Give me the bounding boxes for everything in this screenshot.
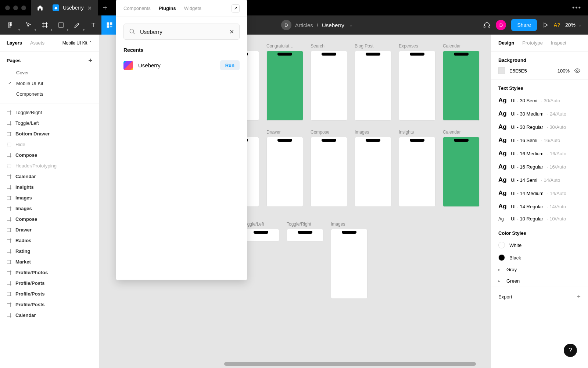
frame-thumbnail[interactable] bbox=[331, 229, 368, 299]
figma-menu[interactable]: ▾ bbox=[0, 15, 21, 35]
shape-tool[interactable]: ▾ bbox=[53, 15, 69, 35]
frame-thumbnail[interactable] bbox=[311, 51, 347, 121]
breadcrumb-current[interactable]: Useberry bbox=[322, 22, 344, 28]
headphones-icon[interactable] bbox=[483, 21, 491, 29]
frame-thumbnail[interactable] bbox=[311, 137, 347, 207]
layer-item[interactable]: Calendar bbox=[0, 310, 99, 321]
present-icon[interactable] bbox=[542, 22, 549, 28]
layer-item[interactable]: Compose bbox=[0, 214, 99, 224]
layer-item[interactable]: Radios bbox=[0, 235, 99, 246]
right-panel: Design Prototype Inspect Background E5E5… bbox=[491, 35, 588, 368]
layer-item[interactable]: Toggle/Right bbox=[0, 107, 99, 118]
text-style-item[interactable]: AgUI - 16 Regular · 16/Auto bbox=[491, 160, 588, 173]
layer-item[interactable]: Profile/Posts bbox=[0, 299, 99, 310]
tab-plugins[interactable]: Plugins bbox=[159, 6, 176, 11]
frame-thumbnail[interactable] bbox=[266, 137, 303, 207]
tab-prototype[interactable]: Prototype bbox=[522, 40, 543, 46]
layer-item[interactable]: Calendar bbox=[0, 171, 99, 182]
user-avatar[interactable]: D bbox=[496, 20, 506, 30]
tab-assets[interactable]: Assets bbox=[30, 40, 44, 46]
layer-item[interactable]: Images bbox=[0, 203, 99, 214]
background-opacity[interactable]: 100% bbox=[557, 68, 570, 74]
frame-thumbnail[interactable] bbox=[266, 51, 303, 121]
color-style-item[interactable]: ▸Gray bbox=[491, 264, 588, 275]
traffic-close[interactable] bbox=[5, 6, 10, 10]
plugin-result-item[interactable]: Useberry Run bbox=[116, 57, 247, 74]
color-style-item[interactable]: White bbox=[491, 239, 588, 251]
tab-inspect[interactable]: Inspect bbox=[551, 40, 566, 46]
frame-tool[interactable]: ▾ bbox=[37, 15, 53, 35]
visibility-toggle-icon[interactable] bbox=[574, 67, 581, 74]
layer-item[interactable]: Profile/Photos bbox=[0, 267, 99, 278]
frame-thumbnail[interactable] bbox=[443, 137, 480, 207]
resources-tool[interactable] bbox=[101, 15, 118, 35]
tab-widgets[interactable]: Widgets bbox=[184, 6, 201, 11]
search-input[interactable] bbox=[140, 29, 225, 35]
color-style-item[interactable]: ▸Green bbox=[491, 275, 588, 287]
text-style-item[interactable]: AgUI - 30 Regular · 30/Auto bbox=[491, 120, 588, 134]
layer-item[interactable]: Header/Prototyping bbox=[0, 160, 99, 171]
layer-item[interactable]: Hide bbox=[0, 139, 99, 150]
tab-design[interactable]: Design bbox=[498, 40, 514, 46]
background-swatch[interactable] bbox=[498, 67, 505, 74]
text-style-item[interactable]: AgUI - 16 Medium · 16/Auto bbox=[491, 147, 588, 160]
overflow-menu[interactable]: ••• bbox=[566, 4, 588, 12]
layer-item[interactable]: Images bbox=[0, 192, 99, 203]
layers-list[interactable]: Toggle/RightToggle/LeftBottom DrawerHide… bbox=[0, 107, 99, 368]
frame-thumbnail[interactable] bbox=[355, 51, 391, 121]
clear-search-icon[interactable]: ✕ bbox=[229, 28, 234, 35]
close-tab-icon[interactable]: ✕ bbox=[87, 5, 93, 10]
share-button[interactable]: Share bbox=[511, 19, 537, 31]
new-tab-button[interactable]: + bbox=[98, 4, 112, 12]
frame-thumbnail[interactable] bbox=[355, 137, 391, 207]
layer-item[interactable]: Toggle/Left bbox=[0, 118, 99, 128]
text-style-item[interactable]: AgUI - 14 Medium · 14/Auto bbox=[491, 187, 588, 200]
text-style-item[interactable]: AgUI - 14 Semi · 14/Auto bbox=[491, 173, 588, 187]
layer-item[interactable]: Drawer bbox=[0, 224, 99, 235]
team-avatar[interactable]: D bbox=[281, 20, 291, 30]
text-style-item[interactable]: AgUI - 16 Semi · 16/Auto bbox=[491, 134, 588, 147]
page-item[interactable]: Mobile UI Kit bbox=[0, 78, 99, 89]
background-hex[interactable]: E5E5E5 bbox=[509, 68, 527, 74]
frame-thumbnail[interactable] bbox=[243, 229, 279, 241]
frame-thumbnail[interactable] bbox=[443, 51, 480, 121]
zoom-menu[interactable]: 20%⌄ bbox=[565, 22, 581, 28]
layer-item[interactable]: Market bbox=[0, 256, 99, 267]
pen-tool[interactable]: ▾ bbox=[69, 15, 85, 35]
traffic-min[interactable] bbox=[13, 6, 18, 10]
run-plugin-button[interactable]: Run bbox=[220, 60, 240, 70]
traffic-max[interactable] bbox=[21, 6, 26, 10]
move-tool[interactable]: ▾ bbox=[21, 15, 37, 35]
page-item[interactable]: Components bbox=[0, 89, 99, 99]
frame-thumbnail[interactable] bbox=[287, 229, 323, 241]
add-export-button[interactable]: + bbox=[577, 293, 581, 300]
frame-thumbnail[interactable] bbox=[399, 137, 435, 207]
text-style-item[interactable]: AgUI - 14 Regular · 14/Auto bbox=[491, 200, 588, 213]
chevron-down-icon[interactable]: ⌄ bbox=[349, 23, 352, 27]
page-selector[interactable]: Mobile UI Kit ⌃ bbox=[62, 40, 92, 46]
text-style-item[interactable]: AgUI - 30 Medium · 24/Auto bbox=[491, 107, 588, 120]
page-item[interactable]: Cover bbox=[0, 67, 99, 78]
add-page-button[interactable]: + bbox=[88, 57, 92, 64]
text-style-item[interactable]: AgUI - 30 Semi · 30/Auto bbox=[491, 94, 588, 107]
frame-thumbnail[interactable] bbox=[399, 51, 435, 121]
text-tool[interactable] bbox=[85, 15, 101, 35]
help-button[interactable]: ? bbox=[564, 344, 577, 357]
color-style-item[interactable]: Black bbox=[491, 251, 588, 264]
home-tab[interactable] bbox=[31, 0, 49, 15]
frame-label: Congratulat… bbox=[266, 43, 303, 49]
missing-fonts-indicator[interactable]: A? bbox=[554, 22, 560, 28]
layer-item[interactable]: Bottom Drawer bbox=[0, 128, 99, 139]
tab-components[interactable]: Components bbox=[123, 6, 151, 11]
layer-item[interactable]: Profile/Posts bbox=[0, 278, 99, 289]
layer-item[interactable]: Compose bbox=[0, 150, 99, 160]
layer-item[interactable]: Profile/Posts bbox=[0, 289, 99, 299]
text-style-item[interactable]: AgUI - 10 Regular · 10/Auto bbox=[491, 213, 588, 224]
popover-back-button[interactable]: ↗ bbox=[232, 4, 240, 13]
breadcrumb-parent[interactable]: Articles bbox=[295, 22, 313, 28]
document-tab[interactable]: ◆ Useberry ✕ bbox=[49, 0, 98, 15]
horizontal-scrollbar[interactable] bbox=[224, 362, 476, 366]
layer-item[interactable]: Rating bbox=[0, 246, 99, 256]
tab-layers[interactable]: Layers bbox=[7, 40, 22, 46]
layer-item[interactable]: Insights bbox=[0, 182, 99, 192]
